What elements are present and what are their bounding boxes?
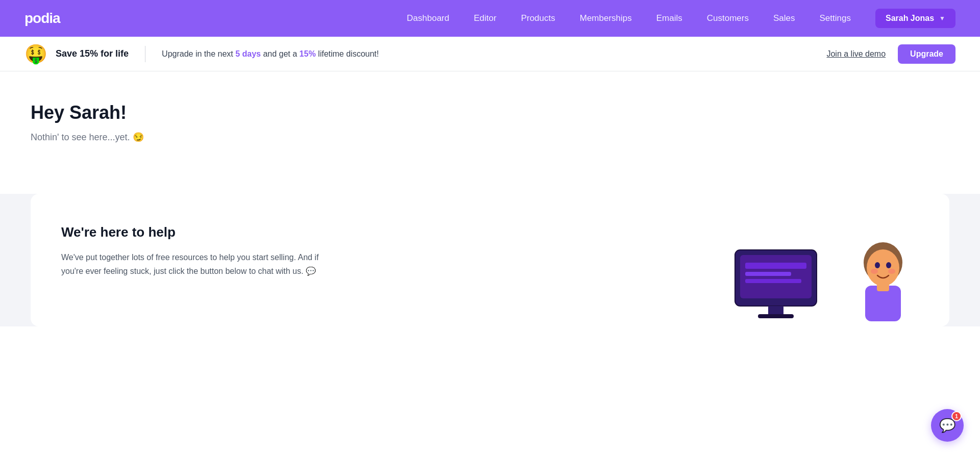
nav-link-products[interactable]: Products — [521, 13, 555, 23]
nav-link-memberships[interactable]: Memberships — [580, 13, 632, 23]
help-card-description: We've put together lots of free resource… — [61, 250, 337, 278]
banner-days-highlight: 5 days — [235, 49, 261, 58]
banner-actions: Join a live demo Upgrade — [826, 44, 955, 64]
logo[interactable]: podia — [24, 10, 60, 27]
svg-point-8 — [867, 249, 899, 286]
join-live-demo-link[interactable]: Join a live demo — [826, 49, 886, 59]
computer-illustration — [725, 240, 827, 326]
svg-rect-1 — [740, 255, 812, 298]
svg-rect-2 — [745, 263, 806, 269]
svg-rect-6 — [758, 314, 794, 318]
chat-support-button[interactable]: 💬 1 — [931, 409, 964, 442]
chat-badge: 1 — [951, 411, 962, 421]
nav-link-settings[interactable]: Settings — [820, 13, 851, 23]
nav-link-dashboard[interactable]: Dashboard — [407, 13, 449, 23]
empty-state-subtext: Nothin' to see here...yet. 😏 — [31, 132, 949, 143]
gray-section: We're here to help We've put together lo… — [0, 194, 980, 326]
help-card-title: We're here to help — [61, 224, 368, 240]
banner-description: Upgrade in the next 5 days and get a 15%… — [162, 49, 379, 59]
svg-rect-14 — [877, 284, 889, 291]
svg-rect-3 — [745, 272, 791, 276]
help-card-wrapper: We're here to help We've put together lo… — [0, 194, 980, 326]
svg-point-11 — [871, 269, 878, 274]
svg-point-10 — [886, 262, 891, 268]
upgrade-button[interactable]: Upgrade — [898, 44, 955, 64]
greeting-heading: Hey Sarah! — [31, 102, 949, 123]
banner-text-prefix: Upgrade in the next — [162, 49, 235, 58]
money-face-icon: 🤑 — [24, 45, 47, 63]
help-card-text: We're here to help We've put together lo… — [61, 224, 368, 278]
navbar: podia Dashboard Editor Products Membersh… — [0, 0, 980, 37]
nav-link-emails[interactable]: Emails — [656, 13, 682, 23]
nav-link-sales[interactable]: Sales — [773, 13, 795, 23]
nav-link-customers[interactable]: Customers — [707, 13, 749, 23]
person-illustration — [847, 235, 919, 326]
nav-links: Dashboard Editor Products Memberships Em… — [407, 13, 851, 23]
user-name-label: Sarah Jonas — [886, 14, 934, 23]
banner-pct-highlight: 15% — [300, 49, 316, 58]
svg-rect-5 — [768, 306, 783, 315]
banner-text-suffix: lifetime discount! — [316, 49, 379, 58]
svg-point-12 — [888, 269, 895, 274]
svg-point-9 — [875, 262, 880, 268]
chevron-down-icon: ▼ — [939, 15, 945, 22]
banner-divider — [145, 46, 145, 62]
banner-left: 🤑 Save 15% for life — [24, 45, 129, 63]
banner-text-mid: and get a — [261, 49, 300, 58]
help-card-illustration — [725, 235, 919, 326]
svg-rect-4 — [745, 279, 801, 283]
help-card: We're here to help We've put together lo… — [31, 194, 949, 326]
nav-link-editor[interactable]: Editor — [474, 13, 496, 23]
promo-banner: 🤑 Save 15% for life Upgrade in the next … — [0, 37, 980, 71]
main-content: Hey Sarah! Nothin' to see here...yet. 😏 — [0, 71, 980, 173]
user-menu-button[interactable]: Sarah Jonas ▼ — [875, 9, 955, 28]
banner-title: Save 15% for life — [56, 48, 129, 59]
